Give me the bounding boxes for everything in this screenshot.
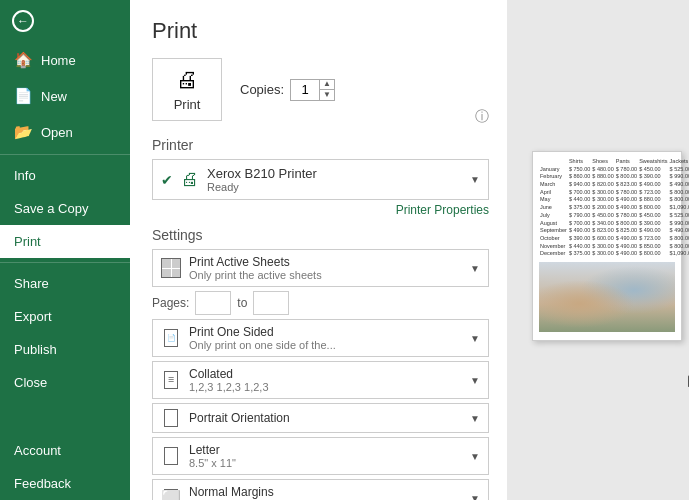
- pages-from-input[interactable]: [195, 291, 231, 315]
- sidebar-item-feedback[interactable]: Feedback: [0, 467, 130, 500]
- open-icon: 📂: [14, 123, 33, 141]
- sidebar-bottom: Account Feedback: [0, 434, 130, 500]
- copies-up-arrow[interactable]: ▲: [320, 79, 334, 91]
- printer-select[interactable]: ✔ 🖨 Xerox B210 Printer Ready ▼: [152, 159, 489, 200]
- collated-desc: 1,2,3 1,2,3 1,2,3: [189, 381, 462, 393]
- share-label: Share: [14, 276, 49, 291]
- one-sided-name: Print One Sided: [189, 325, 462, 339]
- orientation-name: Portrait Orientation: [189, 411, 462, 425]
- sidebar-item-close[interactable]: Close: [0, 366, 130, 399]
- collated-text: Collated 1,2,3 1,2,3 1,2,3: [189, 367, 462, 393]
- sidebar-item-publish[interactable]: Publish: [0, 333, 130, 366]
- setting-paper[interactable]: Letter 8.5" x 11" ▼: [152, 437, 489, 475]
- sidebar-item-new[interactable]: 📄 New: [0, 78, 130, 114]
- feedback-label: Feedback: [14, 476, 71, 491]
- sidebar-item-export[interactable]: Export: [0, 300, 130, 333]
- printer-icon: 🖨: [176, 67, 198, 93]
- back-button[interactable]: ←: [0, 0, 130, 42]
- printer-dropdown-arrow: ▼: [470, 174, 480, 185]
- setting-print-active[interactable]: Print Active Sheets Only print the activ…: [152, 249, 489, 287]
- paper-text: Letter 8.5" x 11": [189, 443, 462, 469]
- main-content: Print 🖨 Print Copies: ▲ ▼ ⓘ Printer ✔ 🖨 …: [130, 0, 507, 500]
- export-label: Export: [14, 309, 52, 324]
- preview-image: [539, 262, 675, 332]
- page-title: Print: [152, 18, 489, 44]
- sidebar-item-account[interactable]: Account: [0, 434, 130, 467]
- collated-arrow: ▼: [470, 375, 480, 386]
- collated-name: Collated: [189, 367, 462, 381]
- printer-section-label: Printer: [152, 137, 489, 153]
- one-sided-arrow: ▼: [470, 333, 480, 344]
- copies-down-arrow[interactable]: ▼: [320, 90, 334, 101]
- print-top-row: 🖨 Print Copies: ▲ ▼: [152, 58, 489, 121]
- one-sided-icon: 📄: [161, 329, 181, 347]
- print-active-icon: [161, 258, 181, 278]
- print-active-arrow: ▼: [470, 263, 480, 274]
- setting-margins[interactable]: ⬜ Normal Margins Top: 0.75" Bottom: 0.75…: [152, 479, 489, 500]
- sidebar: ← 🏠 Home 📄 New 📂 Open Info Save a Copy P…: [0, 0, 130, 500]
- one-sided-text: Print One Sided Only print on one side o…: [189, 325, 462, 351]
- copies-spinner[interactable]: ▲ ▼: [290, 79, 335, 101]
- pages-to-input[interactable]: [253, 291, 289, 315]
- collated-icon: ☰: [161, 371, 181, 389]
- paper-icon: [161, 447, 181, 465]
- preview-image-inner: [539, 262, 675, 332]
- print-active-name: Print Active Sheets: [189, 255, 462, 269]
- settings-section: Settings Print Active Sheets Only print …: [152, 227, 489, 500]
- pages-to-label: to: [237, 296, 247, 310]
- setting-collated[interactable]: ☰ Collated 1,2,3 1,2,3 1,2,3 ▼: [152, 361, 489, 399]
- printer-section: Printer ✔ 🖨 Xerox B210 Printer Ready ▼ P…: [152, 137, 489, 217]
- sidebar-item-info[interactable]: Info: [0, 159, 130, 192]
- preview-sheet: ShirtsShoesPantsSweatshirtsJackets Janua…: [532, 151, 682, 341]
- divider-2: [0, 262, 130, 263]
- close-label: Close: [14, 375, 47, 390]
- settings-section-label: Settings: [152, 227, 489, 243]
- sidebar-item-info-label: Info: [14, 168, 36, 183]
- print-button[interactable]: 🖨 Print: [152, 58, 222, 121]
- copies-label: Copies:: [240, 82, 284, 97]
- margins-arrow: ▼: [470, 493, 480, 501]
- paper-desc: 8.5" x 11": [189, 457, 462, 469]
- paper-name: Letter: [189, 443, 462, 457]
- printer-properties-link[interactable]: Printer Properties: [152, 203, 489, 217]
- margins-icon: ⬜: [161, 489, 181, 500]
- back-icon: ←: [12, 10, 34, 32]
- info-icon[interactable]: ⓘ: [475, 108, 489, 126]
- printer-info: Xerox B210 Printer Ready: [207, 166, 462, 193]
- sidebar-item-open[interactable]: 📂 Open: [0, 114, 130, 150]
- printer-status: Ready: [207, 181, 462, 193]
- sidebar-item-new-label: New: [41, 89, 67, 104]
- preview-table: ShirtsShoesPantsSweatshirtsJackets Janua…: [539, 158, 675, 258]
- preview-panel: groovyPost.com ShirtsShoesPantsSweatshir…: [507, 0, 689, 500]
- copies-input[interactable]: [291, 80, 319, 100]
- orientation-arrow: ▼: [470, 413, 480, 424]
- sidebar-item-open-label: Open: [41, 125, 73, 140]
- setting-orientation[interactable]: Portrait Orientation ▼: [152, 403, 489, 433]
- margins-text: Normal Margins Top: 0.75" Bottom: 0.75" …: [189, 485, 462, 500]
- account-label: Account: [14, 443, 61, 458]
- printer-device-icon: 🖨: [181, 169, 199, 190]
- copies-row: Copies: ▲ ▼: [240, 79, 335, 101]
- sidebar-item-save-copy[interactable]: Save a Copy: [0, 192, 130, 225]
- home-icon: 🏠: [14, 51, 33, 69]
- divider-1: [0, 154, 130, 155]
- paper-arrow: ▼: [470, 451, 480, 462]
- sidebar-item-home[interactable]: 🏠 Home: [0, 42, 130, 78]
- sidebar-item-print[interactable]: Print: [0, 225, 130, 258]
- copies-arrows: ▲ ▼: [319, 79, 334, 101]
- sidebar-item-home-label: Home: [41, 53, 76, 68]
- print-active-desc: Only print the active sheets: [189, 269, 462, 281]
- sidebar-item-print-label: Print: [14, 234, 41, 249]
- orientation-icon: [161, 409, 181, 427]
- orientation-text: Portrait Orientation: [189, 411, 462, 425]
- printer-name: Xerox B210 Printer: [207, 166, 462, 181]
- sidebar-item-share[interactable]: Share: [0, 267, 130, 300]
- sidebar-item-save-copy-label: Save a Copy: [14, 201, 88, 216]
- pages-row: Pages: to: [152, 291, 489, 315]
- one-sided-desc: Only print on one side of the...: [189, 339, 462, 351]
- publish-label: Publish: [14, 342, 57, 357]
- setting-one-sided[interactable]: 📄 Print One Sided Only print on one side…: [152, 319, 489, 357]
- new-icon: 📄: [14, 87, 33, 105]
- print-button-label: Print: [174, 97, 201, 112]
- pages-label: Pages:: [152, 296, 189, 310]
